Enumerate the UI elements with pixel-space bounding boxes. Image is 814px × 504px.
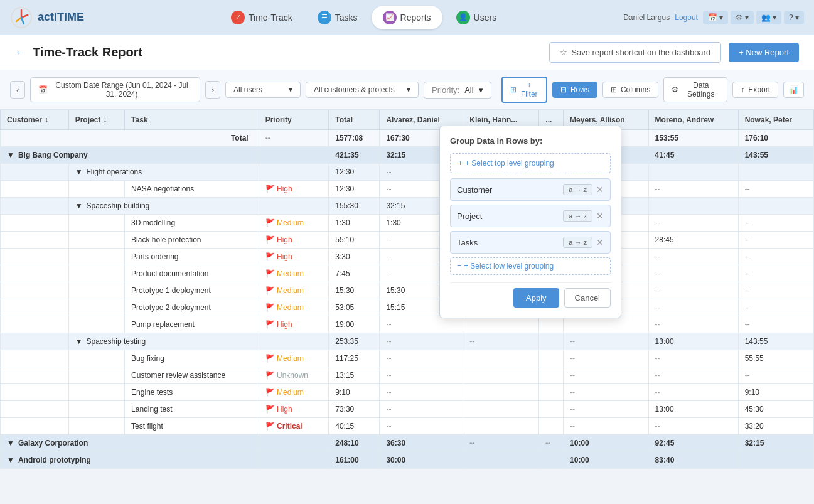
table-row: Parts ordering 🚩 High 3:30 -- -- -- [1,249,814,265]
top-navigation: actiTIME ✓ Time-Track ☰ Tasks 📈 Reports … [0,0,814,35]
rows-button[interactable]: ⊟ Rows [552,82,597,98]
nav-users[interactable]: 👤 Users [445,6,508,29]
col-header-project[interactable]: Project ↕ [68,110,124,130]
add-top-grouping-button[interactable]: + + Select top level grouping [450,153,611,173]
columns-icon: ⊞ [611,85,617,94]
remove-tasks-button[interactable]: ✕ [596,238,604,247]
grouping-label-customer: Customer [457,185,492,195]
remove-customer-button[interactable]: ✕ [596,185,604,194]
popup-title: Group Data in Rows by: [450,136,611,146]
nav-icons: 📅 ▾ ⚙ ▾ 👥 ▾ ? ▾ [703,11,804,24]
table-row: Black hole protection 🚩 High 55:10 -- 28… [1,232,814,249]
user-name: Daniel Largus [623,13,670,22]
logo-area[interactable]: actiTIME [10,6,84,29]
date-range-button[interactable]: 📅 Custom Date Range (Jun 01, 2024 - Jul … [30,77,200,102]
sort-tasks-button[interactable]: a → z [563,237,592,248]
report-table-container: Customer ↕ Project ↕ Task Priority Total… [0,110,814,469]
col-header-total: Total [329,110,380,130]
calendar-small-icon: 📅 [38,85,48,94]
total-priority: -- [259,130,329,147]
table-row: Prototype 1 deployment 🚩 Medium 15:30 15… [1,282,814,299]
logout-link[interactable]: Logout [675,13,698,22]
priority-dropdown-icon: ▾ [479,85,483,95]
add-low-grouping-button[interactable]: + + Select low level grouping [450,257,611,275]
export-icon: ↑ [741,85,744,94]
table-header-row: Customer ↕ Project ↕ Task Priority Total… [1,110,814,130]
col-header-task: Task [125,110,259,130]
users-icon: 👤 [456,11,470,24]
table-row-group-android: ▼Android prototyping 161:00 30:00 10:00 … [1,452,814,469]
next-period-button[interactable]: › [205,81,220,99]
users-filter-button[interactable]: All users ▾ [225,82,301,98]
sort-icon-customer: ↕ [45,115,48,124]
prev-period-button[interactable]: ‹ [10,81,25,99]
columns-button[interactable]: ⊞ Columns [602,82,658,98]
plus-icon-low: + [457,262,461,271]
collapse-icon-flight[interactable]: ▼ [75,168,83,176]
collapse-icon-galaxy[interactable]: ▼ [7,439,14,448]
settings-icon-btn[interactable]: ⚙ ▾ [731,11,753,24]
report-table: Customer ↕ Project ↕ Task Priority Total… [0,110,814,469]
grouping-actions-tasks: a → z ✕ [563,237,604,248]
table-row: 3D modelling 🚩 Medium 1:30 1:30 -- -- -- [1,215,814,232]
table-row-group-galaxy: ▼Galaxy Corporation 248:10 36:30 -- -- 1… [1,435,814,452]
grouping-actions-project: a → z ✕ [563,210,604,222]
total-moreno: 153:55 [648,130,738,147]
grouping-row-customer: Customer a → z ✕ [450,178,611,201]
export-button[interactable]: ↑ Export [732,82,778,98]
page-title-area: ← Time-Track Report [15,45,142,60]
report-toolbar: ‹ 📅 Custom Date Range (Jun 01, 2024 - Ju… [0,70,814,110]
plus-icon-top: + [458,159,463,168]
sort-customer-button[interactable]: a → z [563,184,592,195]
popup-footer: Apply Cancel [450,282,611,308]
help-icon-btn[interactable]: ? ▾ [784,11,804,24]
chart-icon: 📊 [789,85,798,94]
nav-reports[interactable]: 📈 Reports [372,6,442,29]
dropdown-arrow-icon2: ▾ [407,85,410,94]
col-header-moreno: Moreno, Andrew [648,110,738,130]
table-row: Landing test 🚩 High 73:30 -- -- 13:00 45… [1,401,814,418]
tasks-icon: ☰ [318,11,331,24]
col-header-customer[interactable]: Customer ↕ [1,110,69,130]
filter-button[interactable]: ⊞ + Filter [501,77,547,103]
save-shortcut-button[interactable]: ☆ Save report shortcut on the dashboard [549,42,721,63]
collapse-icon-spaceshipbuilding[interactable]: ▼ [75,201,83,210]
nav-tasks[interactable]: ☰ Tasks [306,6,369,29]
grouping-actions-customer: a → z ✕ [563,184,604,195]
priority-filter[interactable]: Priority: All ▾ [424,82,491,99]
star-icon: ☆ [560,48,567,57]
app-name: actiTIME [38,11,84,24]
collapse-icon[interactable]: ▼ [7,151,14,159]
cancel-button[interactable]: Cancel [564,288,611,308]
remove-project-button[interactable]: ✕ [596,212,604,220]
table-row: Engine tests 🚩 Medium 9:10 -- -- -- 9:10 [1,384,814,401]
page-title: Time-Track Report [33,45,142,60]
new-report-button[interactable]: + New Report [729,43,799,62]
back-button[interactable]: ← [15,47,25,58]
apply-button[interactable]: Apply [513,288,559,308]
group-name-bigbang: ▼Big Bang Company [1,147,259,164]
chart-button[interactable]: 📊 [783,82,804,98]
table-row: NASA negotiations 🚩 High 12:30 -- -- -- … [1,181,814,198]
total-nowak: 176:10 [738,130,813,147]
grouping-label-project: Project [457,212,482,221]
sort-project-button[interactable]: a → z [563,210,592,222]
calendar-icon-btn[interactable]: 📅 ▾ [703,11,728,24]
data-settings-button[interactable]: ⚙ Data Settings [663,77,727,102]
nav-timetrack[interactable]: ✓ Time-Track [220,6,304,29]
table-row: Pump replacement 🚩 High 19:00 -- -- -- [1,316,814,333]
table-row-group-flight: ▼Flight operations 12:30 -- -- [1,164,814,181]
collapse-icon-spaceshiptest[interactable]: ▼ [75,337,83,346]
table-row-group-spaceshiptest: ▼Spaceship testing 253:35 -- -- -- 13:00… [1,333,814,350]
collapse-icon-android[interactable]: ▼ [7,456,14,464]
people-icon-btn[interactable]: 👥 ▾ [756,11,781,24]
grouping-row-tasks: Tasks a → z ✕ [450,231,611,254]
col-header-nowak: Nowak, Peter [738,110,813,130]
customers-filter-button[interactable]: All customers & projects ▾ [306,82,419,98]
header-actions: ☆ Save report shortcut on the dashboard … [549,42,799,63]
grouping-row-project: Project a → z ✕ [450,205,611,227]
dropdown-arrow-icon: ▾ [289,85,292,94]
total-label: Total [1,130,259,147]
page-header: ← Time-Track Report ☆ Save report shortc… [0,35,814,70]
logo-icon [10,6,33,29]
